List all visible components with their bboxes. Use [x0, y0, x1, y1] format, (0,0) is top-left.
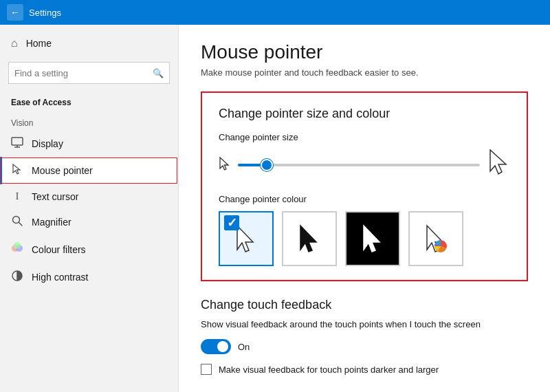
pointer-size-slider[interactable]	[238, 164, 480, 166]
search-icon: 🔍	[153, 68, 164, 78]
touch-darker-label: Make visual feedback for touch points da…	[219, 364, 439, 375]
touch-desc: Show visual feedback around the touch po…	[201, 319, 528, 329]
cursor-small-icon	[219, 157, 230, 173]
display-icon	[11, 137, 23, 151]
content-area: Mouse pointer Make mouse pointer and tou…	[179, 25, 550, 392]
page-title: Mouse pointer	[201, 41, 528, 63]
sidebar-item-high-contrast-label: High contrast	[32, 272, 88, 283]
sidebar-item-text-cursor[interactable]: I Text cursor	[0, 184, 178, 208]
search-box[interactable]: 🔍	[8, 62, 170, 84]
sidebar: ⌂ Home 🔍 Ease of Access Vision Display M…	[0, 25, 179, 392]
text-cursor-icon: I	[11, 190, 23, 202]
size-label: Change pointer size	[219, 132, 510, 142]
colour-option-black-outline[interactable]	[282, 211, 337, 266]
sidebar-item-display[interactable]: Display	[0, 131, 178, 157]
home-icon: ⌂	[11, 37, 18, 50]
colour-filters-icon	[11, 242, 23, 257]
sidebar-item-colour-filters-label: Colour filters	[32, 244, 86, 255]
colour-option-custom[interactable]	[408, 211, 463, 266]
pointer-size-slider-container	[219, 149, 510, 180]
custom-cursor-container	[424, 224, 448, 254]
vision-label: Vision	[0, 111, 178, 131]
sidebar-item-magnifier-label: Magnifier	[32, 217, 72, 228]
touch-darker-checkbox-row: Make visual feedback for touch points da…	[201, 364, 528, 375]
sidebar-item-mouse-pointer-label: Mouse pointer	[32, 165, 93, 176]
svg-rect-0	[12, 138, 23, 145]
title-bar: ← Settings	[0, 0, 550, 25]
svg-line-4	[19, 223, 23, 226]
white-cursor-svg	[234, 224, 258, 254]
sidebar-item-high-contrast[interactable]: High contrast	[0, 263, 178, 291]
back-button[interactable]: ←	[7, 4, 23, 21]
touch-feedback-toggle[interactable]	[201, 339, 231, 354]
touch-section-title: Change touch feedback	[201, 298, 528, 312]
slider-thumb[interactable]	[261, 159, 273, 171]
home-label: Home	[26, 38, 52, 49]
black-cursor-svg	[297, 224, 322, 254]
pointer-settings-box: Change pointer size and colour Change po…	[201, 91, 528, 281]
sidebar-item-colour-filters[interactable]: Colour filters	[0, 236, 178, 263]
svg-point-7	[14, 242, 21, 249]
white-on-black-cursor-svg	[360, 224, 385, 254]
touch-feedback-toggle-row: On	[201, 339, 528, 354]
back-icon: ←	[10, 7, 20, 18]
section1-title: Change pointer size and colour	[219, 107, 510, 121]
magnifier-icon	[11, 215, 23, 230]
touch-darker-checkbox[interactable]	[201, 364, 212, 375]
colour-wheel	[434, 240, 447, 252]
toggle-label: On	[238, 342, 250, 352]
search-input[interactable]	[14, 68, 153, 78]
sidebar-item-magnifier[interactable]: Magnifier	[0, 208, 178, 236]
sidebar-item-text-cursor-label: Text cursor	[32, 191, 78, 202]
sidebar-item-mouse-pointer[interactable]: Mouse pointer	[0, 157, 178, 184]
colour-options-group	[219, 211, 510, 266]
colour-label: Change pointer colour	[219, 194, 510, 204]
main-layout: ⌂ Home 🔍 Ease of Access Vision Display M…	[0, 25, 550, 392]
cursor-large-icon	[488, 149, 510, 180]
colour-option-white[interactable]	[219, 211, 274, 266]
ease-of-access-label: Ease of Access	[0, 89, 178, 111]
page-subtitle: Make mouse pointer and touch feedback ea…	[201, 67, 528, 78]
mouse-pointer-icon	[11, 163, 23, 178]
touch-feedback-section: Change touch feedback Show visual feedba…	[201, 298, 528, 375]
sidebar-item-display-label: Display	[32, 138, 63, 149]
title-bar-text: Settings	[29, 8, 61, 18]
sidebar-item-home[interactable]: ⌂ Home	[0, 30, 178, 56]
colour-option-black-bg[interactable]	[345, 211, 400, 266]
high-contrast-icon	[11, 270, 23, 285]
